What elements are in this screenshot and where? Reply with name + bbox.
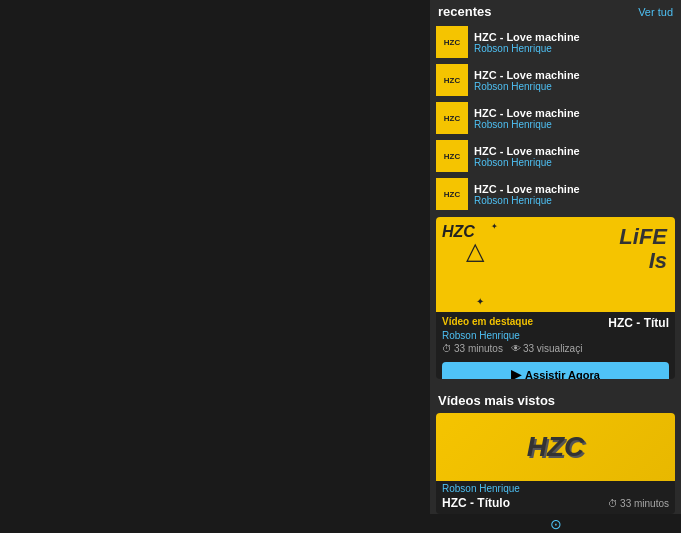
list-item[interactable]: HZC HZC - Love machine Robson Henrique	[436, 99, 675, 137]
thumb-hzc-icon-4: HZC	[436, 140, 468, 172]
recent-thumb-3: HZC	[436, 102, 468, 134]
list-item[interactable]: HZC HZC - Love machine Robson Henrique	[436, 137, 675, 175]
most-viewed-title: Vídeos mais vistos	[438, 393, 555, 408]
most-viewed-item[interactable]: HZC Robson Henrique HZC - Título ⏱ 33 mi…	[436, 413, 675, 514]
eye-icon: 👁	[511, 343, 521, 354]
bottom-icon: ⊙	[550, 516, 562, 532]
recent-name-3: HZC - Love machine	[474, 107, 580, 119]
featured-star-left: ✦	[476, 296, 484, 307]
thumb-hzc-icon-1: HZC	[436, 26, 468, 58]
list-item[interactable]: HZC HZC - Love machine Robson Henrique	[436, 23, 675, 61]
stat-duration: ⏱ 33 minutos	[442, 343, 503, 354]
most-viewed-thumb: HZC	[436, 413, 675, 481]
watch-button-label: Assistir Agora	[525, 369, 600, 380]
most-viewed-author: Robson Henrique	[436, 481, 675, 494]
hzc-sketch-text: HZC	[527, 431, 585, 463]
recent-thumb-2: HZC	[436, 64, 468, 96]
most-viewed-section: Vídeos mais vistos HZC Robson Henrique H…	[430, 387, 681, 514]
featured-star-right: ✦	[491, 222, 498, 231]
featured-info: Vídeo em destaque HZC - Títul Robson Hen…	[436, 312, 675, 358]
stat-views: 👁 33 visualizaçi	[511, 343, 582, 354]
featured-stats: ⏱ 33 minutos 👁 33 visualizaçi	[442, 343, 669, 354]
most-viewed-duration: ⏱ 33 minutos	[608, 498, 669, 509]
recent-thumb-1: HZC	[436, 26, 468, 58]
thumb-hzc-icon-3: HZC	[436, 102, 468, 134]
clock-icon-small: ⏱	[608, 498, 618, 509]
hzc-sketch: HZC	[436, 413, 675, 481]
featured-badge-label: Vídeo em destaque	[442, 316, 533, 327]
list-item[interactable]: HZC HZC - Love machine Robson Henrique	[436, 175, 675, 213]
featured-title: HZC - Títul	[608, 316, 669, 330]
most-viewed-name: HZC - Título	[442, 496, 510, 510]
featured-section: HZC LiFEIs △ ✦ ✦ Vídeo em destaque HZC -…	[436, 217, 675, 379]
stat-views-value: 33 visualizaçi	[523, 343, 582, 354]
recent-thumb-4: HZC	[436, 140, 468, 172]
recent-author-4: Robson Henrique	[474, 157, 580, 168]
stat-duration-value: 33 minutos	[454, 343, 503, 354]
play-icon: ▶	[511, 367, 521, 379]
featured-meta: Vídeo em destaque HZC - Títul	[442, 316, 669, 330]
featured-triangle-decoration: △	[466, 237, 484, 265]
featured-life-is-text: LiFEIs	[619, 225, 667, 273]
most-viewed-duration-value: 33 minutos	[620, 498, 669, 509]
thumb-hzc-icon-5: HZC	[436, 178, 468, 210]
most-viewed-header: Vídeos mais vistos	[430, 387, 681, 413]
recent-info-1: HZC - Love machine Robson Henrique	[474, 31, 580, 54]
recent-thumb-5: HZC	[436, 178, 468, 210]
watch-button[interactable]: ▶ Assistir Agora	[442, 362, 669, 379]
recent-section-title: recentes	[438, 4, 491, 19]
recent-author-2: Robson Henrique	[474, 81, 580, 92]
most-viewed-info: HZC - Título ⏱ 33 minutos	[436, 494, 675, 514]
featured-author: Robson Henrique	[442, 330, 669, 341]
list-item[interactable]: HZC HZC - Love machine Robson Henrique	[436, 61, 675, 99]
recent-info-4: HZC - Love machine Robson Henrique	[474, 145, 580, 168]
clock-icon: ⏱	[442, 343, 452, 354]
recent-name-2: HZC - Love machine	[474, 69, 580, 81]
featured-image[interactable]: HZC LiFEIs △ ✦ ✦	[436, 217, 675, 312]
recent-info-5: HZC - Love machine Robson Henrique	[474, 183, 580, 206]
recent-list: HZC HZC - Love machine Robson Henrique H…	[430, 23, 681, 213]
featured-hzc-logo: HZC	[442, 223, 475, 241]
thumb-hzc-icon-2: HZC	[436, 64, 468, 96]
recent-name-5: HZC - Love machine	[474, 183, 580, 195]
featured-left: Vídeo em destaque	[442, 316, 533, 327]
recent-info-2: HZC - Love machine Robson Henrique	[474, 69, 580, 92]
recent-author-5: Robson Henrique	[474, 195, 580, 206]
right-panel: recentes Ver tud HZC HZC - Love machine …	[430, 0, 681, 533]
ver-tudo-link[interactable]: Ver tud	[638, 6, 673, 18]
recent-section-header: recentes Ver tud	[430, 0, 681, 23]
left-panel	[0, 0, 430, 533]
bottom-bar: ⊙	[430, 514, 681, 533]
recent-author-1: Robson Henrique	[474, 43, 580, 54]
recent-name-1: HZC - Love machine	[474, 31, 580, 43]
recent-name-4: HZC - Love machine	[474, 145, 580, 157]
recent-info-3: HZC - Love machine Robson Henrique	[474, 107, 580, 130]
recent-author-3: Robson Henrique	[474, 119, 580, 130]
